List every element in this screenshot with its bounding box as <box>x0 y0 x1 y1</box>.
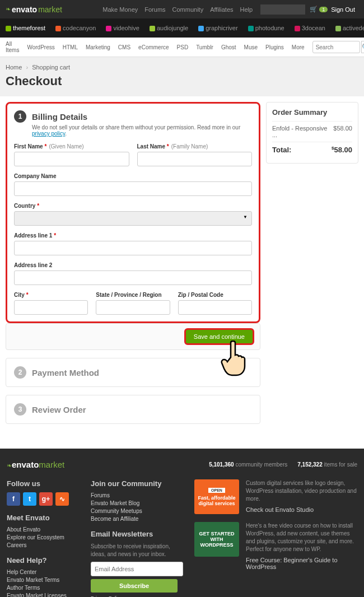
nav-audiojungle[interactable]: audiojungle <box>150 25 188 31</box>
make-money-link[interactable]: Make Money <box>102 6 138 13</box>
footer: ❧envatomarket 5,101,360 community member… <box>0 449 364 597</box>
address1-input[interactable] <box>14 241 252 255</box>
review-order-panel: 3 Review Order <box>6 395 260 424</box>
save-row: Save and continue <box>6 323 260 350</box>
need-help-heading: Need Help? <box>7 556 80 565</box>
googleplus-icon[interactable]: g+ <box>39 492 53 506</box>
nav-themeforest[interactable]: themeforest <box>6 25 45 31</box>
payment-method-panel: 2 Payment Method <box>6 358 260 387</box>
payment-method-title: Payment Method <box>32 368 99 377</box>
follow-us-heading: Follow us <box>7 479 80 488</box>
cat-html[interactable]: HTML <box>63 44 78 50</box>
cat-psd[interactable]: PSD <box>177 44 189 50</box>
footer-forums-link[interactable]: Forums <box>91 492 183 498</box>
cart-count-badge: 1 <box>319 7 328 12</box>
wordpress-course-link[interactable]: Free Course: Beginner's Guide to WordPre… <box>246 557 338 570</box>
zip-input[interactable] <box>178 300 252 315</box>
category-search-input[interactable] <box>312 41 360 53</box>
cart-icon[interactable]: 🛒1 <box>310 6 328 13</box>
careers-link[interactable]: Careers <box>7 542 80 548</box>
affiliate-link[interactable]: Become an Affiliate <box>91 516 183 522</box>
leaf-icon: ❧ <box>6 6 11 13</box>
meetups-link[interactable]: Community Meetups <box>91 508 183 514</box>
address2-label: Address line 2 <box>14 262 252 268</box>
first-name-label: First Name *(Given Name) <box>14 143 129 150</box>
nav-photodune[interactable]: photodune <box>248 25 284 31</box>
leaf-icon: ❧ <box>7 462 12 469</box>
step-3-number: 3 <box>14 403 26 416</box>
state-input[interactable] <box>96 300 170 315</box>
address2-input[interactable] <box>14 270 252 285</box>
forums-link[interactable]: Forums <box>144 6 165 13</box>
twitter-icon[interactable]: t <box>23 492 36 506</box>
step-2-number: 2 <box>14 366 26 379</box>
marketplace-navbar: themeforest codecanyon videohive audioju… <box>0 18 364 38</box>
envato-logo[interactable]: ❧ envato market <box>6 5 62 14</box>
breadcrumb-home[interactable]: Home <box>6 64 22 71</box>
nav-graphicriver[interactable]: graphicriver <box>198 25 237 31</box>
logo-market: market <box>38 5 62 14</box>
cat-ecommerce[interactable]: eCommerce <box>138 44 169 50</box>
city-input[interactable] <box>14 300 88 315</box>
subscribe-button[interactable]: Subscribe <box>91 579 178 593</box>
billing-details-panel: 1 Billing Details We do not sell your de… <box>6 102 260 323</box>
community-members-stat: 5,101,360 community members <box>209 461 287 468</box>
company-input[interactable] <box>14 181 252 196</box>
privacy-policy-link[interactable]: privacy policy <box>32 130 65 137</box>
envato-studio-link[interactable]: Check out Envato Studio <box>246 506 314 513</box>
company-label: Company Name <box>14 173 252 179</box>
help-link[interactable]: Help <box>240 6 253 13</box>
country-select[interactable] <box>14 211 252 226</box>
order-summary: Order Summary Enfold - Responsive ... $5… <box>266 102 358 164</box>
rss-icon[interactable]: ∿ <box>55 492 69 506</box>
billing-title: Billing Details <box>32 112 87 122</box>
join-community-heading: Join our Community <box>91 479 183 488</box>
review-order-title: Review Order <box>32 405 86 414</box>
billing-subtitle: We do not sell your details or share the… <box>32 124 252 137</box>
nav-activeden[interactable]: activeden <box>335 25 364 31</box>
save-and-continue-button[interactable]: Save and continue <box>184 328 254 345</box>
community-link[interactable]: Community <box>172 6 204 13</box>
sign-out-link[interactable]: Sign Out <box>331 6 355 13</box>
footer-logo[interactable]: ❧envatomarket <box>7 460 64 469</box>
cat-cms[interactable]: CMS <box>118 44 130 50</box>
market-blog-link[interactable]: Envato Market Blog <box>91 500 183 506</box>
nav-videohive[interactable]: videohive <box>106 25 139 31</box>
nav-codecanyon[interactable]: codecanyon <box>55 25 96 31</box>
wordpress-promo-image[interactable]: GET STARTED WITH WORDPRESS <box>194 522 239 557</box>
top-search-input[interactable] <box>260 4 305 15</box>
last-name-input[interactable] <box>137 152 253 166</box>
summary-item-price: $58.00 <box>333 125 352 138</box>
about-envato-link[interactable]: About Envato <box>7 526 80 533</box>
cat-more[interactable]: More <box>292 44 305 50</box>
affiliates-link[interactable]: Affiliates <box>210 6 233 13</box>
cat-wordpress[interactable]: WordPress <box>27 44 54 50</box>
summary-title: Order Summary <box>272 108 352 116</box>
breadcrumb-cart[interactable]: Shopping cart <box>32 64 70 71</box>
first-name-input[interactable] <box>14 152 129 166</box>
ecosystem-link[interactable]: Explore our Ecosystem <box>7 534 80 540</box>
licenses-link[interactable]: Envato Market Licenses <box>7 593 80 597</box>
summary-total-price: $58.00 <box>332 146 352 154</box>
promo1-text: Custom digital services like logo design… <box>246 479 357 503</box>
author-terms-link[interactable]: Author Terms <box>7 585 80 591</box>
step-1-number: 1 <box>14 110 26 123</box>
meet-envato-heading: Meet Envato <box>7 514 80 522</box>
facebook-icon[interactable]: f <box>7 492 20 506</box>
cat-muse[interactable]: Muse <box>244 44 258 50</box>
email-input[interactable] <box>91 562 183 576</box>
cat-tumblr[interactable]: Tumblr <box>196 44 213 50</box>
cat-ghost[interactable]: Ghost <box>221 44 236 50</box>
cat-all-items[interactable]: All Items <box>6 41 19 53</box>
search-button[interactable]: 🔍 <box>361 41 364 53</box>
help-center-link[interactable]: Help Center <box>7 569 80 575</box>
nav-3docean[interactable]: 3docean <box>295 25 325 31</box>
cat-marketing[interactable]: Marketing <box>86 44 110 50</box>
page-title: Checkout <box>0 71 364 96</box>
cat-plugins[interactable]: Plugins <box>265 44 284 50</box>
last-name-label: Last Name *(Family Name) <box>137 143 253 150</box>
summary-item-name: Enfold - Responsive ... <box>272 125 333 138</box>
breadcrumb: Home › Shopping cart <box>0 57 364 71</box>
envato-studio-promo-image[interactable]: OPENFast, affordable digital services <box>194 479 239 514</box>
market-terms-link[interactable]: Envato Market Terms <box>7 577 80 583</box>
